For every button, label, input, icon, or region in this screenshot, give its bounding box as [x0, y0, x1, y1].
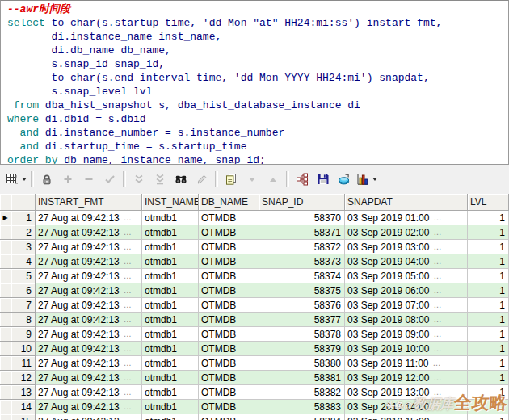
rownum-cell[interactable]: 3	[11, 240, 36, 254]
delete-record-button[interactable]	[79, 169, 99, 190]
cell-popup-button[interactable]: …	[433, 300, 442, 309]
delete-record-icon	[82, 173, 95, 186]
column-header-instart_fmt[interactable]: INSTART_FMT	[36, 194, 142, 211]
cell-popup-button[interactable]: …	[433, 213, 442, 222]
row-indicator-cell[interactable]	[0, 269, 11, 284]
single-record-view-button[interactable]	[292, 169, 312, 190]
cell-popup-button[interactable]: …	[433, 402, 442, 411]
cell-popup-button[interactable]: …	[124, 388, 133, 397]
cell-popup-button[interactable]: …	[433, 257, 442, 266]
cell-popup-button[interactable]: …	[124, 417, 133, 420]
current-row-marker-icon: ▶	[2, 215, 7, 221]
dropdown-caret-icon	[22, 178, 27, 181]
row-indicator-cell[interactable]	[0, 414, 11, 420]
row-indicator-cell[interactable]: ▶	[0, 211, 11, 225]
rownum-cell[interactable]: 14	[11, 400, 36, 414]
row-indicator-cell[interactable]	[0, 327, 11, 342]
rownum-cell[interactable]: 12	[11, 371, 36, 385]
cell-popup-button[interactable]: …	[433, 373, 442, 382]
cell-popup-button[interactable]: …	[124, 213, 133, 222]
cell-popup-button[interactable]: …	[433, 242, 442, 251]
cell-popup-button[interactable]: …	[433, 315, 442, 324]
row-indicator-cell[interactable]	[0, 298, 11, 313]
cell-popup-button[interactable]: …	[433, 286, 442, 295]
row-indicator-cell[interactable]	[0, 342, 11, 356]
find-button[interactable]	[171, 169, 191, 190]
chart-button[interactable]	[355, 169, 378, 190]
column-header-snap_id[interactable]: SNAP_ID	[259, 194, 345, 211]
export-results-button[interactable]	[334, 169, 354, 190]
cell-popup-button[interactable]: …	[124, 402, 133, 411]
rownum-cell[interactable]: 6	[11, 284, 36, 298]
cell-popup-button[interactable]: …	[124, 344, 133, 353]
sql-editor[interactable]: --awr时间段select to_char(s.startup_time, '…	[0, 0, 509, 165]
rownum-cell[interactable]: 10	[11, 342, 36, 356]
cell-popup-button[interactable]: …	[433, 228, 442, 237]
rownum-cell[interactable]: 8	[11, 313, 36, 327]
save-results-button[interactable]	[313, 169, 333, 190]
lock-button[interactable]	[37, 169, 57, 190]
cell-popup-button[interactable]: …	[124, 300, 133, 309]
row-indicator-cell[interactable]	[0, 400, 11, 414]
cell-value: 03 Sep 2019 11:00	[347, 358, 429, 369]
row-indicator-cell[interactable]	[0, 356, 11, 371]
row-indicator-cell[interactable]	[0, 254, 11, 269]
sort-descending-button[interactable]	[242, 169, 262, 190]
rownum-cell[interactable]: 15	[11, 414, 36, 420]
sort-ascending-button[interactable]	[263, 169, 283, 190]
cell-popup-button[interactable]: …	[124, 330, 133, 338]
cell-popup-button[interactable]: …	[433, 271, 442, 280]
cell-popup-button[interactable]: …	[124, 373, 133, 382]
cell-db_name: OTMDB	[199, 356, 259, 371]
cell-popup-button[interactable]: …	[124, 257, 133, 266]
fetch-last-page-button[interactable]	[150, 169, 170, 190]
row-indicator-cell[interactable]	[0, 284, 11, 298]
insert-record-button[interactable]	[58, 169, 78, 190]
rownum-cell[interactable]: 5	[11, 269, 36, 284]
table-row: ▶127 Aug at 09:42:13…otmdb1OTMDB5837003 …	[0, 211, 509, 225]
rownum-cell[interactable]: 11	[11, 356, 36, 371]
rownum-cell[interactable]: 7	[11, 298, 36, 313]
column-header-inst_name[interactable]: INST_NAME	[142, 194, 199, 211]
rownum-cell[interactable]: 13	[11, 385, 36, 400]
cell-popup-button[interactable]: …	[433, 330, 442, 338]
rownum-cell[interactable]: 9	[11, 327, 36, 342]
sql-window: --awr时间段select to_char(s.startup_time, '…	[0, 0, 509, 420]
cell-popup-button[interactable]: …	[433, 388, 442, 397]
table-row: 1227 Aug at 09:42:13…otmdb1OTMDB5838103 …	[0, 371, 509, 385]
sql-token-keyword: and	[20, 141, 39, 153]
rownum-cell[interactable]: 1	[11, 211, 36, 225]
cell-value: OTMDB	[201, 242, 236, 253]
rownum-cell[interactable]: 2	[11, 225, 36, 240]
cell-popup-button[interactable]: …	[433, 359, 442, 368]
cell-db_name: OTMDB	[199, 240, 259, 254]
column-header-snapdat[interactable]: SNAPDAT	[345, 194, 468, 211]
grid-options-button[interactable]	[5, 169, 27, 190]
cell-popup-button[interactable]: …	[124, 242, 133, 251]
cell-popup-button[interactable]: …	[124, 359, 133, 368]
post-changes-button[interactable]	[100, 169, 120, 190]
row-indicator-cell[interactable]	[0, 371, 11, 385]
cell-popup-button[interactable]: …	[124, 271, 133, 280]
column-header-db_name[interactable]: DB_NAME	[199, 194, 259, 211]
fetch-next-page-button[interactable]	[129, 169, 149, 190]
row-indicator-cell[interactable]	[0, 385, 11, 400]
cell-popup-button[interactable]: …	[433, 344, 442, 353]
cell-snap_id: 58374	[259, 269, 345, 284]
row-indicator-cell[interactable]	[0, 225, 11, 240]
cell-popup-button[interactable]: …	[124, 228, 133, 237]
cell-popup-button[interactable]: …	[124, 315, 133, 324]
cell-value: 1	[499, 300, 505, 311]
rownum-cell[interactable]: 4	[11, 254, 36, 269]
cell-popup-button[interactable]: …	[124, 286, 133, 295]
row-indicator-cell[interactable]	[0, 313, 11, 327]
edit-data-button[interactable]	[192, 169, 212, 190]
row-indicator-cell[interactable]	[0, 240, 11, 254]
column-header-lvl[interactable]: LVL	[468, 194, 509, 211]
toolbar-separator	[123, 171, 126, 187]
cell-value: otmdb1	[145, 256, 177, 267]
cell-popup-button[interactable]: …	[433, 417, 442, 420]
cell-lvl: 1	[468, 298, 509, 313]
cell-lvl: 1	[468, 400, 509, 414]
copy-to-clipboard-button[interactable]	[221, 169, 241, 190]
